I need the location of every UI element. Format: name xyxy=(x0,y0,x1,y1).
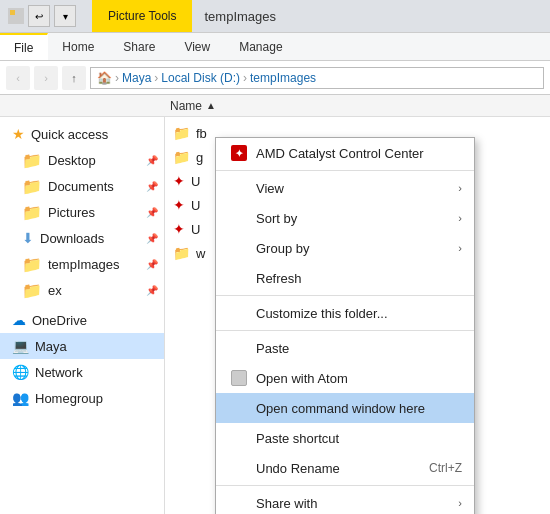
sidebar-tempimages-label: tempImages xyxy=(48,257,120,272)
quick-access-icon: ★ xyxy=(12,126,25,142)
ctx-label-share-with: Share with xyxy=(256,496,317,511)
context-menu: ✦AMD Catalyst Control CenterView›Sort by… xyxy=(215,137,475,514)
back-button[interactable]: ‹ xyxy=(6,66,30,90)
svg-rect-2 xyxy=(10,17,15,22)
quick-access-label: Quick access xyxy=(31,127,108,142)
breadcrumb-maya[interactable]: Maya xyxy=(122,71,151,85)
sidebar-item-ex[interactable]: 📁 ex 📌 xyxy=(0,277,164,303)
onedrive-icon: ☁ xyxy=(12,312,26,328)
file-name-w: w xyxy=(196,246,205,261)
tempimages-folder-icon: 📁 xyxy=(22,255,42,274)
up-button[interactable]: ↑ xyxy=(62,66,86,90)
image-icon-u2: ✦ xyxy=(173,197,185,213)
ctx-item-refresh[interactable]: Refresh xyxy=(216,263,474,293)
sidebar-item-downloads[interactable]: ⬇ Downloads 📌 xyxy=(0,225,164,251)
svg-rect-0 xyxy=(10,10,15,15)
address-path[interactable]: 🏠 › Maya › Local Disk (D:) › tempImages xyxy=(90,67,544,89)
ribbon-tabs: File Home Share View Manage xyxy=(0,33,550,61)
ctx-item-share-with[interactable]: Share with› xyxy=(216,488,474,514)
ctx-arrow-sort-by: › xyxy=(458,212,462,224)
ctx-item-open-command[interactable]: Open command window here xyxy=(216,393,474,423)
folder-icon-fb: 📁 xyxy=(173,125,190,141)
tab-file[interactable]: File xyxy=(0,33,48,60)
ctx-label-refresh: Refresh xyxy=(256,271,302,286)
sidebar-item-desktop[interactable]: 📁 Desktop 📌 xyxy=(0,147,164,173)
tab-home[interactable]: Home xyxy=(48,33,109,60)
breadcrumb-home-icon: 🏠 xyxy=(97,71,112,85)
ctx-item-sort-by[interactable]: Sort by› xyxy=(216,203,474,233)
breadcrumb-tempimages[interactable]: tempImages xyxy=(250,71,316,85)
sidebar-item-network[interactable]: 🌐 Network xyxy=(0,359,164,385)
sidebar-item-onedrive[interactable]: ☁ OneDrive xyxy=(0,307,164,333)
network-icon: 🌐 xyxy=(12,364,29,380)
sidebar-desktop-label: Desktop xyxy=(48,153,96,168)
ctx-item-view[interactable]: View› xyxy=(216,173,474,203)
ctx-item-paste[interactable]: Paste xyxy=(216,333,474,363)
picture-tools-label: Picture Tools xyxy=(92,0,192,32)
folder-icon-w: 📁 xyxy=(173,245,190,261)
ctx-item-undo-rename[interactable]: Undo RenameCtrl+Z xyxy=(216,453,474,483)
column-sort-arrow: ▲ xyxy=(206,100,216,111)
file-name-u1: U xyxy=(191,174,200,189)
sidebar-documents-label: Documents xyxy=(48,179,114,194)
pin-icon-desktop: 📌 xyxy=(146,155,158,166)
ctx-label-customize: Customize this folder... xyxy=(256,306,388,321)
pin-icon-docs: 📌 xyxy=(146,181,158,192)
documents-icon: 📁 xyxy=(22,177,42,196)
sidebar-item-pictures[interactable]: 📁 Pictures 📌 xyxy=(0,199,164,225)
ctx-item-customize[interactable]: Customize this folder... xyxy=(216,298,474,328)
ctx-item-group-by[interactable]: Group by› xyxy=(216,233,474,263)
forward-button[interactable]: › xyxy=(34,66,58,90)
image-icon-u3: ✦ xyxy=(173,221,185,237)
sidebar-onedrive-label: OneDrive xyxy=(32,313,87,328)
ctx-icon-amd-catalyst: ✦ xyxy=(228,145,250,161)
ctx-label-paste: Paste xyxy=(256,341,289,356)
pictures-icon: 📁 xyxy=(22,203,42,222)
sidebar-item-homegroup[interactable]: 👥 Homegroup xyxy=(0,385,164,411)
ctx-label-open-command: Open command window here xyxy=(256,401,425,416)
file-name-u2: U xyxy=(191,198,200,213)
sidebar-item-documents[interactable]: 📁 Documents 📌 xyxy=(0,173,164,199)
pin-icon-downloads: 📌 xyxy=(146,233,158,244)
file-name-fb: fb xyxy=(196,126,207,141)
column-name-header[interactable]: Name xyxy=(170,99,202,113)
downloads-icon: ⬇ xyxy=(22,230,34,246)
svg-rect-1 xyxy=(17,10,22,15)
app-icon xyxy=(8,8,24,24)
homegroup-icon: 👥 xyxy=(12,390,29,406)
ex-folder-icon: 📁 xyxy=(22,281,42,300)
title-bar: ↩ ▾ Picture Tools tempImages xyxy=(0,0,550,33)
desktop-icon: 📁 xyxy=(22,151,42,170)
ctx-label-undo-rename: Undo Rename xyxy=(256,461,340,476)
sidebar-item-maya[interactable]: 💻 Maya xyxy=(0,333,164,359)
sidebar-homegroup-label: Homegroup xyxy=(35,391,103,406)
ctx-item-open-with-atom[interactable]: Open with Atom xyxy=(216,363,474,393)
tab-share[interactable]: Share xyxy=(109,33,170,60)
ctx-separator-separator1 xyxy=(216,170,474,171)
sidebar: ★ Quick access 📁 Desktop 📌 📁 Documents 📌… xyxy=(0,117,165,514)
pin-icon-ex: 📌 xyxy=(146,285,158,296)
ctx-item-amd-catalyst[interactable]: ✦AMD Catalyst Control Center xyxy=(216,138,474,168)
ctx-label-group-by: Group by xyxy=(256,241,309,256)
ctx-label-view: View xyxy=(256,181,284,196)
sidebar-item-tempimages[interactable]: 📁 tempImages 📌 xyxy=(0,251,164,277)
tab-view[interactable]: View xyxy=(170,33,225,60)
sidebar-quick-access[interactable]: ★ Quick access xyxy=(0,121,164,147)
breadcrumb-localdisk[interactable]: Local Disk (D:) xyxy=(161,71,240,85)
column-header-bar: Name ▲ xyxy=(0,95,550,117)
ctx-item-paste-shortcut[interactable]: Paste shortcut xyxy=(216,423,474,453)
tab-manage[interactable]: Manage xyxy=(225,33,297,60)
ctx-shortcut-undo-rename: Ctrl+Z xyxy=(429,461,462,475)
window-title: tempImages xyxy=(192,0,288,32)
ctx-separator-separator3 xyxy=(216,330,474,331)
down-arrow-btn[interactable]: ▾ xyxy=(54,5,76,27)
sidebar-maya-label: Maya xyxy=(35,339,67,354)
main-layout: ★ Quick access 📁 Desktop 📌 📁 Documents 📌… xyxy=(0,117,550,514)
svg-rect-3 xyxy=(17,17,22,22)
ctx-arrow-view: › xyxy=(458,182,462,194)
ctx-label-sort-by: Sort by xyxy=(256,211,297,226)
folder-icon-g: 📁 xyxy=(173,149,190,165)
quick-access-btn[interactable]: ↩ xyxy=(28,5,50,27)
file-name-u3: U xyxy=(191,222,200,237)
title-bar-left: ↩ ▾ xyxy=(0,0,84,32)
